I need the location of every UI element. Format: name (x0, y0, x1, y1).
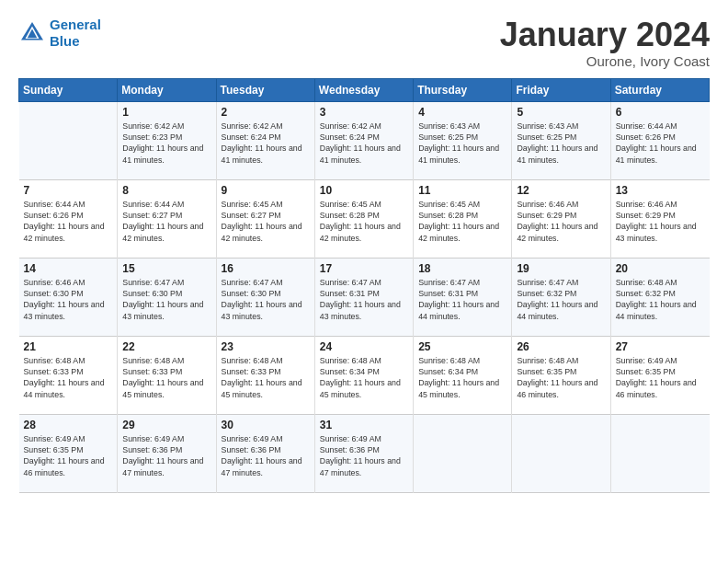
col-friday: Friday (512, 78, 610, 101)
week-row-0: 1Sunrise: 6:42 AMSunset: 6:23 PMDaylight… (19, 101, 710, 179)
day-number: 8 (122, 184, 211, 197)
cell-info: Sunrise: 6:43 AMSunset: 6:25 PMDaylight:… (517, 121, 606, 166)
day-number: 18 (418, 262, 507, 275)
cell-w4-d5 (512, 414, 610, 492)
day-number: 29 (122, 419, 211, 431)
cell-w2-d2: 16Sunrise: 6:47 AMSunset: 6:30 PMDayligh… (216, 258, 314, 336)
cell-info: Sunrise: 6:47 AMSunset: 6:30 PMDaylight:… (122, 277, 211, 322)
cell-info: Sunrise: 6:48 AMSunset: 6:33 PMDaylight:… (24, 355, 114, 400)
cell-w3-d5: 26Sunrise: 6:48 AMSunset: 6:35 PMDayligh… (512, 336, 610, 414)
cell-w3-d4: 25Sunrise: 6:48 AMSunset: 6:34 PMDayligh… (414, 336, 512, 414)
logo: General Blue (18, 17, 101, 50)
cell-w3-d3: 24Sunrise: 6:48 AMSunset: 6:34 PMDayligh… (314, 336, 413, 414)
cell-info: Sunrise: 6:46 AMSunset: 6:29 PMDaylight:… (616, 199, 706, 244)
cell-w4-d0: 28Sunrise: 6:49 AMSunset: 6:35 PMDayligh… (19, 414, 118, 492)
cell-w0-d6: 6Sunrise: 6:44 AMSunset: 6:26 PMDaylight… (610, 101, 709, 179)
day-number: 12 (517, 184, 606, 197)
title-block: January 2024 Ourone, Ivory Coast (500, 17, 710, 69)
logo-line1: General (50, 17, 101, 32)
cell-info: Sunrise: 6:49 AMSunset: 6:35 PMDaylight:… (24, 433, 114, 478)
day-number: 5 (517, 106, 606, 119)
cell-info: Sunrise: 6:48 AMSunset: 6:32 PMDaylight:… (616, 277, 706, 322)
cell-info: Sunrise: 6:43 AMSunset: 6:25 PMDaylight:… (418, 121, 507, 166)
cell-w1-d4: 11Sunrise: 6:45 AMSunset: 6:28 PMDayligh… (414, 179, 512, 258)
location: Ourone, Ivory Coast (500, 53, 710, 69)
cell-info: Sunrise: 6:48 AMSunset: 6:33 PMDaylight:… (122, 355, 211, 400)
cell-w3-d2: 23Sunrise: 6:48 AMSunset: 6:33 PMDayligh… (216, 336, 314, 414)
col-saturday: Saturday (610, 78, 709, 101)
cell-info: Sunrise: 6:49 AMSunset: 6:36 PMDaylight:… (222, 433, 311, 478)
day-number: 10 (320, 184, 409, 197)
cell-info: Sunrise: 6:47 AMSunset: 6:31 PMDaylight:… (418, 277, 507, 322)
week-row-2: 14Sunrise: 6:46 AMSunset: 6:30 PMDayligh… (19, 258, 710, 336)
day-number: 16 (222, 262, 311, 275)
day-number: 25 (418, 340, 507, 353)
day-number: 27 (616, 340, 706, 353)
cell-info: Sunrise: 6:47 AMSunset: 6:30 PMDaylight:… (222, 277, 311, 322)
cell-info: Sunrise: 6:44 AMSunset: 6:26 PMDaylight:… (24, 199, 114, 244)
day-number: 15 (122, 262, 211, 275)
day-number: 23 (222, 340, 311, 353)
cell-w1-d1: 8Sunrise: 6:44 AMSunset: 6:27 PMDaylight… (118, 179, 216, 258)
cell-w0-d4: 4Sunrise: 6:43 AMSunset: 6:25 PMDaylight… (414, 101, 512, 179)
cell-w3-d6: 27Sunrise: 6:49 AMSunset: 6:35 PMDayligh… (610, 336, 709, 414)
day-number: 6 (616, 106, 706, 119)
day-number: 1 (122, 106, 211, 119)
col-thursday: Thursday (414, 78, 512, 101)
cell-info: Sunrise: 6:49 AMSunset: 6:36 PMDaylight:… (320, 433, 409, 478)
logo-line2: Blue (50, 33, 80, 49)
cell-w4-d2: 30Sunrise: 6:49 AMSunset: 6:36 PMDayligh… (216, 414, 314, 492)
week-row-1: 7Sunrise: 6:44 AMSunset: 6:26 PMDaylight… (19, 179, 710, 258)
cell-w1-d6: 13Sunrise: 6:46 AMSunset: 6:29 PMDayligh… (610, 179, 709, 258)
header: General Blue January 2024 Ourone, Ivory … (18, 17, 710, 69)
day-number: 14 (24, 262, 114, 275)
col-tuesday: Tuesday (216, 78, 314, 101)
day-number: 24 (320, 340, 409, 353)
cell-info: Sunrise: 6:42 AMSunset: 6:24 PMDaylight:… (222, 121, 311, 166)
cell-w2-d3: 17Sunrise: 6:47 AMSunset: 6:31 PMDayligh… (314, 258, 413, 336)
day-number: 22 (122, 340, 211, 353)
day-number: 26 (517, 340, 606, 353)
cell-info: Sunrise: 6:45 AMSunset: 6:28 PMDaylight:… (320, 199, 409, 244)
cell-w2-d6: 20Sunrise: 6:48 AMSunset: 6:32 PMDayligh… (610, 258, 709, 336)
cell-info: Sunrise: 6:49 AMSunset: 6:36 PMDaylight:… (122, 433, 211, 478)
day-number: 4 (418, 106, 507, 119)
day-number: 31 (320, 419, 409, 431)
cell-w1-d2: 9Sunrise: 6:45 AMSunset: 6:27 PMDaylight… (216, 179, 314, 258)
day-number: 20 (616, 262, 706, 275)
cell-w2-d4: 18Sunrise: 6:47 AMSunset: 6:31 PMDayligh… (414, 258, 512, 336)
cell-w4-d4 (414, 414, 512, 492)
page: General Blue January 2024 Ourone, Ivory … (0, 0, 728, 563)
cell-w0-d2: 2Sunrise: 6:42 AMSunset: 6:24 PMDaylight… (216, 101, 314, 179)
cell-w0-d0 (19, 101, 118, 179)
day-number: 17 (320, 262, 409, 275)
cell-info: Sunrise: 6:42 AMSunset: 6:23 PMDaylight:… (122, 121, 211, 166)
cell-w1-d3: 10Sunrise: 6:45 AMSunset: 6:28 PMDayligh… (314, 179, 413, 258)
cell-w1-d0: 7Sunrise: 6:44 AMSunset: 6:26 PMDaylight… (19, 179, 118, 258)
day-number: 11 (418, 184, 507, 197)
cell-w4-d6 (610, 414, 709, 492)
cell-w1-d5: 12Sunrise: 6:46 AMSunset: 6:29 PMDayligh… (512, 179, 610, 258)
day-number: 21 (24, 340, 114, 353)
logo-icon (18, 19, 46, 47)
cell-info: Sunrise: 6:48 AMSunset: 6:34 PMDaylight:… (320, 355, 409, 400)
col-monday: Monday (118, 78, 216, 101)
week-row-3: 21Sunrise: 6:48 AMSunset: 6:33 PMDayligh… (19, 336, 710, 414)
cell-info: Sunrise: 6:46 AMSunset: 6:30 PMDaylight:… (24, 277, 114, 322)
day-number: 19 (517, 262, 606, 275)
header-row: Sunday Monday Tuesday Wednesday Thursday… (19, 78, 710, 101)
cell-w3-d0: 21Sunrise: 6:48 AMSunset: 6:33 PMDayligh… (19, 336, 118, 414)
cell-info: Sunrise: 6:48 AMSunset: 6:33 PMDaylight:… (222, 355, 311, 400)
cell-w2-d0: 14Sunrise: 6:46 AMSunset: 6:30 PMDayligh… (19, 258, 118, 336)
cell-w4-d3: 31Sunrise: 6:49 AMSunset: 6:36 PMDayligh… (314, 414, 413, 492)
cell-info: Sunrise: 6:44 AMSunset: 6:27 PMDaylight:… (122, 199, 211, 244)
cell-info: Sunrise: 6:46 AMSunset: 6:29 PMDaylight:… (517, 199, 606, 244)
cell-info: Sunrise: 6:49 AMSunset: 6:35 PMDaylight:… (616, 355, 706, 400)
day-number: 30 (222, 419, 311, 431)
cell-info: Sunrise: 6:48 AMSunset: 6:35 PMDaylight:… (517, 355, 606, 400)
cell-w3-d1: 22Sunrise: 6:48 AMSunset: 6:33 PMDayligh… (118, 336, 216, 414)
month-title: January 2024 (500, 17, 710, 53)
cell-w4-d1: 29Sunrise: 6:49 AMSunset: 6:36 PMDayligh… (118, 414, 216, 492)
logo-text: General Blue (50, 17, 101, 50)
cell-info: Sunrise: 6:48 AMSunset: 6:34 PMDaylight:… (418, 355, 507, 400)
